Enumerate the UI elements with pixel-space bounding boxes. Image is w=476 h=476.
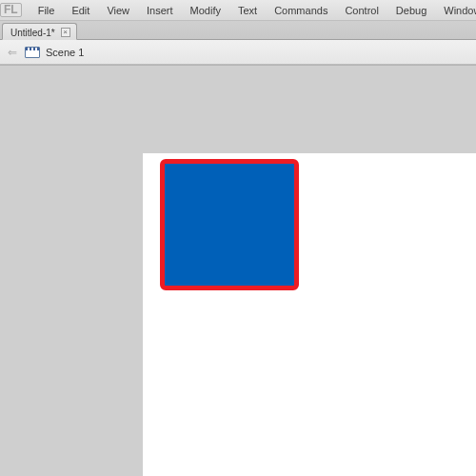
menu-file[interactable]: File bbox=[30, 5, 64, 16]
close-icon[interactable]: × bbox=[61, 28, 70, 37]
back-arrow-icon[interactable]: ⇐ bbox=[6, 46, 19, 59]
edit-bar: ⇐ Scene 1 bbox=[0, 40, 476, 65]
rectangle-shape[interactable] bbox=[160, 159, 299, 290]
workspace[interactable] bbox=[0, 65, 476, 476]
document-tab-strip: Untitled-1* × bbox=[0, 21, 476, 40]
app-badge: FL bbox=[0, 0, 22, 21]
stage[interactable] bbox=[143, 153, 476, 476]
menu-modify[interactable]: Modify bbox=[182, 5, 229, 16]
menu-bar: FL File Edit View Insert Modify Text Com… bbox=[0, 0, 476, 21]
menu-window[interactable]: Window bbox=[435, 5, 476, 16]
scene-icon bbox=[25, 47, 40, 58]
menu-edit[interactable]: Edit bbox=[63, 5, 98, 16]
scene-label[interactable]: Scene 1 bbox=[46, 47, 84, 58]
menu-view[interactable]: View bbox=[98, 5, 138, 16]
menu-debug[interactable]: Debug bbox=[387, 5, 435, 16]
document-tab-label: Untitled-1* bbox=[10, 28, 55, 38]
menu-commands[interactable]: Commands bbox=[266, 5, 336, 16]
menu-insert[interactable]: Insert bbox=[138, 5, 182, 16]
document-tab[interactable]: Untitled-1* × bbox=[2, 23, 77, 40]
app-badge-text: FL bbox=[0, 3, 22, 17]
menu-text[interactable]: Text bbox=[229, 5, 266, 16]
menu-control[interactable]: Control bbox=[336, 5, 387, 16]
